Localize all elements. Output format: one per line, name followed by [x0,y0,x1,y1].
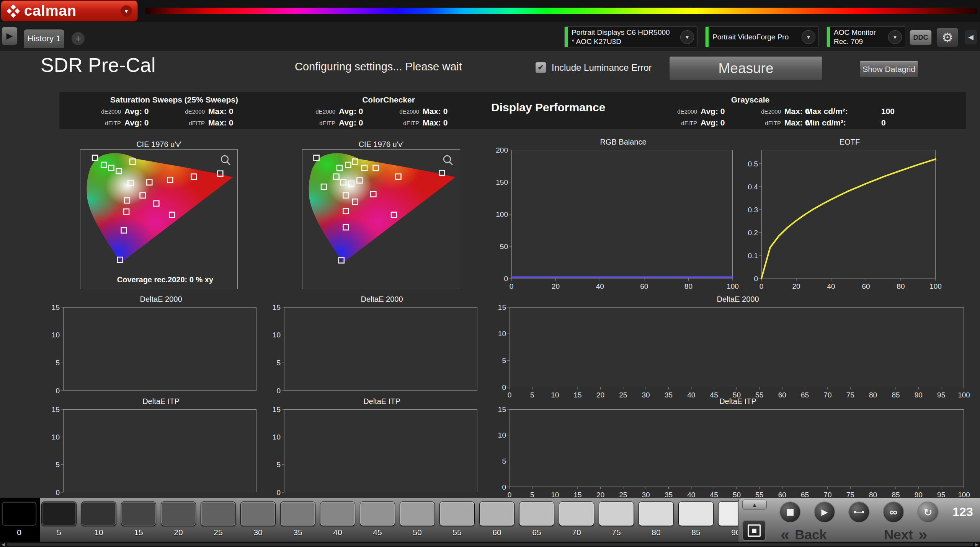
chevron-down-icon[interactable]: ▼ [680,30,694,44]
pattern-tile-65[interactable] [519,501,554,526]
deltae2000-chart-colorchecker: DeltaE 2000 051015 [259,294,483,396]
pattern-window-button[interactable] [742,520,766,541]
check-icon: ✔ [538,63,544,72]
scroll-right-icon[interactable]: ▶ [975,542,978,547]
pattern-generator-dropdown[interactable]: Portrait VideoForge Pro ▼ [705,26,819,47]
svg-text:60: 60 [862,282,870,290]
svg-text:15: 15 [573,491,581,499]
chevron-down-icon[interactable]: ▼ [802,30,815,44]
pattern-tile-70[interactable] [559,501,594,526]
pattern-tile-15[interactable] [121,501,156,526]
svg-text:5: 5 [502,357,506,365]
chart-title: DeltaE 2000 [38,294,263,304]
continuous-measure-button[interactable]: ∞ [883,501,904,523]
horizontal-scrollbar[interactable]: ◀ ▶ [0,542,980,547]
pattern-tile-75[interactable] [599,501,634,526]
chevron-down-icon[interactable]: ▼ [888,30,902,44]
pattern-tile-20[interactable] [161,501,196,526]
interval-measure-button[interactable] [848,501,870,523]
pattern-tile-label: 60 [479,528,514,537]
deltaeitp-plot-saturation: 051015 [38,406,263,498]
svg-text:65: 65 [801,491,809,499]
svg-text:15: 15 [273,406,281,414]
svg-text:70: 70 [823,491,831,499]
show-datagrid-button[interactable]: Show Datagrid [859,61,918,77]
svg-text:55: 55 [755,491,763,499]
pattern-tile-50[interactable] [400,501,435,526]
calman-logo-menu[interactable]: calman ▼ [1,0,138,21]
collapse-right-panel-button[interactable]: ◀ [965,30,977,44]
loop-button[interactable]: ↻ [917,501,939,523]
metric-label: dEITP [305,120,339,126]
gear-icon: ⚙ [942,30,953,45]
luminance-label: Max cd/m²: [806,107,873,116]
measure-button[interactable]: Measure [669,57,823,80]
pattern-tile-5[interactable] [41,501,77,526]
scroll-left-icon[interactable]: ◀ [2,542,5,547]
svg-text:10: 10 [498,330,506,338]
metric-value: Max: 0 [208,107,258,116]
back-button[interactable]: « Back [781,527,827,542]
display-line2: Rec. 709 [834,37,884,46]
svg-text:20: 20 [596,491,604,499]
pattern-tile-label: 70 [559,528,594,537]
next-button[interactable]: Next » [884,527,927,542]
pattern-tile-35[interactable] [280,501,315,526]
pattern-tile-label: 75 [599,528,634,537]
luminance-label: Min cd/m²: [806,118,873,127]
pattern-tile-label: 85 [678,528,714,537]
stats-group-title: ColorChecker [289,94,488,106]
add-tab-button[interactable]: + [72,32,85,45]
interval-icon [854,509,864,515]
cie-diagram-2 [302,149,460,289]
cie-chart-1: CIE 1976 u'v' Coverage rec.2020: 0 % xy [80,139,238,289]
include-luminance-checkbox[interactable]: ✔ [535,62,546,73]
pattern-tile-55[interactable] [439,501,475,526]
next-label: Next [884,527,913,542]
transport-panel: ▲ ▶ ∞ ↻ 123 « Back Next [738,498,980,542]
svg-text:0.1: 0.1 [748,252,758,260]
generator-line1: Portrait VideoForge Pro [712,33,798,42]
expand-up-button[interactable]: ▲ [742,500,767,510]
display-colorspace-dropdown[interactable]: AOC Monitor Rec. 709 ▼ [826,26,905,47]
pattern-tile-25[interactable] [201,501,236,526]
meter-dropdown[interactable]: Portrait Displays C6 HDR5000 * AOC K27U3… [564,26,697,47]
chart-title: CIE 1976 u'v' [80,139,238,149]
settings-button[interactable]: ⚙ [936,28,959,47]
pattern-tile-40[interactable] [320,501,355,526]
pattern-tile-label: 20 [161,528,196,537]
pattern-tile-label: 40 [320,528,355,537]
expand-left-panel-button[interactable]: ▶ [2,27,18,45]
svg-text:10: 10 [273,433,281,441]
tab-history-1[interactable]: History 1 [24,29,64,48]
rgb-balance-plot: 050100150200020406080100 [486,147,739,293]
pattern-tile-label: 15 [121,528,156,537]
chart-title: DeltaE 2000 [259,294,483,304]
svg-text:60: 60 [640,282,648,290]
measure-once-button[interactable]: ▶ [814,501,835,523]
svg-text:0: 0 [504,275,508,283]
svg-text:15: 15 [498,304,506,311]
deltaeitp-chart-colorchecker: DeltaE ITP 051015 [259,396,483,498]
svg-text:85: 85 [892,491,900,499]
pattern-tile-85[interactable] [678,501,714,526]
stop-button[interactable] [779,501,801,523]
chart-title: EOTF [736,137,942,147]
pattern-tile-label: 45 [360,528,395,537]
pattern-tile-10[interactable] [81,501,116,526]
pattern-tile-0[interactable] [2,501,37,526]
ddc-button[interactable]: DDC [910,30,932,45]
luminance-value: 100 [873,107,895,116]
pattern-tile-45[interactable] [360,501,395,526]
metric-value: Avg: 0 [124,118,174,127]
logo-menu-chevron-icon[interactable]: ▼ [121,5,132,17]
arrow-right-icon: ▶ [7,31,13,41]
metric-value: Max: 0 [423,118,472,127]
pattern-tile-60[interactable] [479,501,514,526]
scrollbar-thumb[interactable] [7,543,973,546]
pattern-tile-30[interactable] [240,501,276,526]
metric-label: dE2000 [90,108,124,115]
metric-value: Avg: 0 [339,107,389,116]
chart-title: RGB Balance [486,137,739,147]
pattern-tile-80[interactable] [639,501,674,526]
